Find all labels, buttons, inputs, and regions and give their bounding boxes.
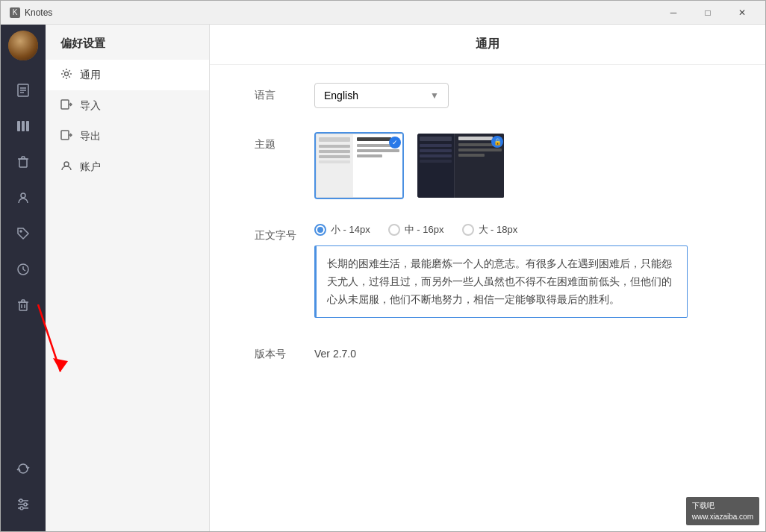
svg-rect-6 bbox=[26, 121, 29, 131]
svg-rect-4 bbox=[17, 121, 20, 131]
svg-point-30 bbox=[65, 72, 69, 76]
dark-theme-lock-icon: 🔒 bbox=[491, 136, 503, 148]
svg-line-16 bbox=[23, 269, 25, 271]
language-label: 语言 bbox=[255, 83, 314, 102]
svg-rect-7 bbox=[19, 159, 27, 167]
settings-title: 通用 bbox=[210, 25, 765, 65]
settings-panel: 通用 语言 English ▼ 主题 bbox=[210, 25, 765, 531]
nav-menu: 偏好设置 通用 导入 bbox=[46, 25, 210, 531]
nav-label-account: 账户 bbox=[80, 160, 101, 174]
font-size-medium-label: 中 - 16px bbox=[405, 223, 444, 237]
font-size-row: 正文字号 小 - 14px 中 - 16px bbox=[255, 223, 720, 318]
dark-sidebar bbox=[1, 25, 46, 531]
dropdown-arrow-icon: ▼ bbox=[430, 90, 439, 101]
svg-point-13 bbox=[20, 231, 22, 232]
nav-item-general[interactable]: 通用 bbox=[46, 60, 209, 90]
font-preview-text: 长期的困难生活，最能磨炼一个人的意志。有很多人在遇到困难后，只能怨天尤人，过得且… bbox=[327, 257, 672, 305]
nav-label-import: 导入 bbox=[80, 99, 101, 113]
library-icon[interactable] bbox=[8, 111, 38, 141]
language-value: English bbox=[324, 90, 358, 101]
svg-rect-17 bbox=[19, 302, 27, 310]
version-value: Ver 2.7.0 bbox=[314, 342, 720, 360]
theme-label: 主题 bbox=[255, 132, 314, 151]
svg-point-27 bbox=[19, 499, 22, 502]
theme-row: 主题 bbox=[255, 132, 720, 199]
version-label: 版本号 bbox=[255, 342, 314, 361]
font-size-large[interactable]: 大 - 18px bbox=[462, 223, 518, 237]
font-size-options: 小 - 14px 中 - 16px 大 - 18px bbox=[314, 223, 720, 237]
svg-rect-31 bbox=[61, 100, 69, 109]
version-row: 版本号 Ver 2.7.0 bbox=[255, 342, 720, 361]
gear-icon bbox=[60, 68, 72, 82]
theme-options: ✓ bbox=[314, 132, 720, 199]
nav-label-general: 通用 bbox=[80, 69, 101, 82]
settings-sliders-icon[interactable] bbox=[8, 489, 38, 519]
font-size-label: 正文字号 bbox=[255, 223, 314, 242]
clock-icon[interactable] bbox=[8, 254, 38, 284]
theme-light-option[interactable]: ✓ bbox=[314, 132, 404, 199]
font-preview: 长期的困难生活，最能磨炼一个人的意志。有很多人在遇到困难后，只能怨天尤人，过得且… bbox=[314, 245, 688, 318]
export-icon bbox=[60, 129, 72, 143]
theme-dark-option[interactable]: 🔒 bbox=[416, 132, 505, 199]
tag-icon[interactable] bbox=[8, 219, 38, 248]
app-icon: K bbox=[10, 7, 20, 18]
font-size-medium[interactable]: 中 - 16px bbox=[388, 223, 444, 237]
font-size-small[interactable]: 小 - 14px bbox=[314, 223, 370, 237]
svg-point-29 bbox=[20, 507, 23, 510]
import-icon bbox=[60, 98, 72, 113]
account-icon bbox=[60, 160, 72, 174]
language-dropdown[interactable]: English ▼ bbox=[314, 83, 449, 108]
watermark: 下载吧 www.xiazaiba.com bbox=[686, 497, 759, 525]
nav-item-account[interactable]: 账户 bbox=[46, 151, 209, 182]
font-size-large-label: 大 - 18px bbox=[479, 223, 518, 237]
maximize-button[interactable]: □ bbox=[691, 1, 725, 25]
watermark-subtext: www.xiazaiba.com bbox=[692, 511, 753, 522]
svg-rect-5 bbox=[22, 121, 25, 131]
minimize-button[interactable]: ─ bbox=[656, 1, 691, 25]
svg-point-12 bbox=[21, 193, 25, 198]
svg-point-28 bbox=[24, 503, 27, 506]
radio-large bbox=[462, 224, 474, 236]
font-size-small-label: 小 - 14px bbox=[331, 223, 370, 237]
sync-icon[interactable] bbox=[8, 454, 38, 484]
close-button[interactable]: ✕ bbox=[725, 1, 759, 25]
light-theme-check-icon: ✓ bbox=[389, 137, 401, 148]
svg-point-35 bbox=[64, 162, 69, 166]
nav-label-export: 导出 bbox=[80, 130, 101, 143]
radio-small bbox=[314, 224, 326, 236]
nav-item-export[interactable]: 导出 bbox=[46, 121, 209, 151]
svg-rect-33 bbox=[61, 131, 69, 140]
user-icon[interactable] bbox=[8, 183, 38, 213]
nav-header: 偏好设置 bbox=[46, 25, 209, 60]
language-row: 语言 English ▼ bbox=[255, 83, 720, 108]
delete-icon[interactable] bbox=[8, 290, 38, 320]
watermark-text: 下载吧 bbox=[692, 500, 753, 511]
trash-icon[interactable] bbox=[8, 147, 38, 177]
radio-medium bbox=[388, 224, 400, 236]
notes-icon[interactable] bbox=[8, 75, 38, 105]
nav-item-import[interactable]: 导入 bbox=[46, 90, 209, 121]
window-title: Knotes bbox=[25, 7, 52, 18]
avatar[interactable] bbox=[8, 31, 38, 60]
